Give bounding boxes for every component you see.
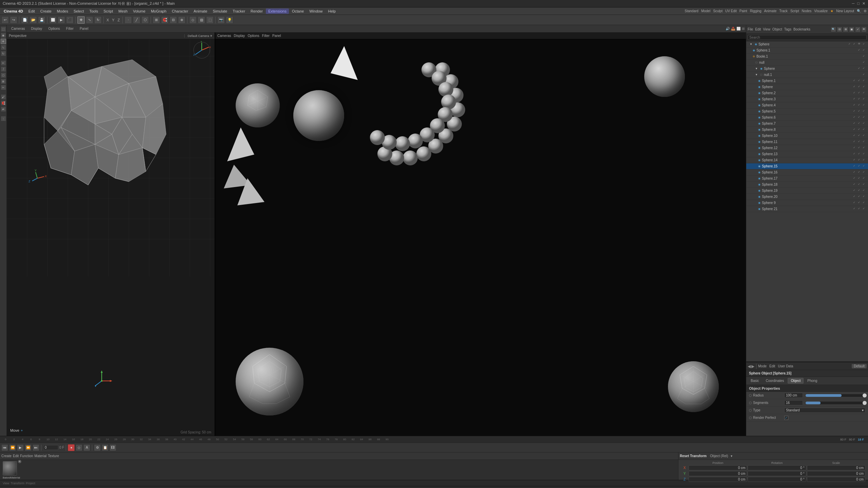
polys-btn[interactable]: ⬡ [141,16,149,24]
mat-tab-texture[interactable]: Texture [48,454,59,458]
tree-item-sphere-5[interactable]: ◉ Sphere.5 ✓✓✓ [746,108,868,115]
mat-tab-create[interactable]: Create [1,454,12,458]
edges-btn[interactable]: ╱ [133,16,140,24]
segments-slider[interactable] [806,402,865,404]
tree-item-sphere-20[interactable]: ◉ Sphere.20 ✓✓✓ [746,194,868,200]
tree-item-sphere-15[interactable]: ◉ Sphere.15 ✓✓✓ [746,163,868,169]
knife-tool[interactable]: ✂ [1,85,6,90]
radius-value[interactable]: 100 cm [784,393,803,398]
menu-modes[interactable]: Modes [55,8,71,14]
tree-item-sphere-14[interactable]: ◉ Sphere.14 ✓✓✓ [746,157,868,163]
render-perfect-checkbox[interactable]: ✓ [784,416,788,420]
menu-render[interactable]: Render [248,8,265,14]
move-tool[interactable]: ✥ [1,39,6,44]
pos-y-input[interactable] [689,471,747,476]
tree-item-sphere-10[interactable]: ◉ Sphere.10 ✓✓✓ [746,133,868,139]
mat-tab-function[interactable]: Function [20,454,33,458]
prop-tab-object[interactable]: Object [788,378,804,384]
menu-create[interactable]: Create [38,8,54,14]
eye-btn[interactable]: 👁 [858,42,862,46]
menu-cinema4d[interactable]: Cinema 4D [1,8,25,14]
tree-item-null[interactable]: □ null ✓ [746,60,868,66]
tree-item-sphere-8[interactable]: ◉ Sphere.8 ✓✓✓ [746,127,868,133]
redo-btn[interactable]: ↪ [10,16,17,24]
grid-btn[interactable]: ⊞ [153,16,160,24]
vr-panel[interactable]: Panel [272,34,281,38]
om-layout-btn[interactable]: ⊞ [843,27,848,32]
tree-item-sphere-1[interactable]: ◉ Sphere.1 ✓✓ [746,47,868,54]
transform-dropdown-btn[interactable]: ▾ [731,454,732,458]
rotate-tool-btn[interactable]: ↻ [94,16,102,24]
tree-item-sphere-17[interactable]: ◉ Sphere.17 ✓✓✓ [746,176,868,182]
magnet-tool[interactable]: 🧲 [1,100,6,106]
tree-item-null2[interactable]: ▼ □ null.1 ✓ [746,72,868,78]
snap-btn[interactable]: 🧲 [161,16,169,24]
tab-display[interactable]: Display [28,26,45,32]
render-view-btn[interactable]: ⬜ [49,16,57,24]
save-btn[interactable]: 💾 [38,16,45,24]
menu-mograph[interactable]: MoGraph [149,8,169,14]
radius-slider[interactable] [806,394,865,397]
new-btn[interactable]: 📄 [21,16,28,24]
tree-item-sphere-4[interactable]: ◉ Sphere.4 ✓✓✓ [746,102,868,108]
mat-tab-edit[interactable]: Edit [13,454,19,458]
pos-x-input[interactable] [689,465,747,470]
minimize-btn[interactable]: ─ [852,1,855,6]
tree-item-sphere-3[interactable]: ◉ Sphere.3 ✓✓✓ [746,96,868,102]
menu-help[interactable]: Help [326,8,338,14]
vr-cameras[interactable]: Cameras [217,34,231,38]
rot-y-input[interactable] [748,471,806,476]
menu-mesh[interactable]: Mesh [116,8,130,14]
anim-end-btn[interactable]: ⏭ [33,444,39,451]
scale-y-input[interactable] [807,471,865,476]
rotate-tool[interactable]: ↻ [1,51,6,56]
tree-item-boole-1[interactable]: ⊖ Boole.1 ✓ [746,54,868,60]
object-mode-btn[interactable]: ◇ [189,16,197,24]
vr-filter[interactable]: Filter [262,34,270,38]
prop-tab-phong[interactable]: Phong [804,378,820,384]
render-btn-tree[interactable]: ✓ [853,42,857,46]
tab-cameras[interactable]: Cameras [8,26,28,32]
poly-pen[interactable]: ✏ [1,60,6,66]
bevel-tool[interactable]: ⬡ [1,73,6,78]
timeline[interactable]: 0 2 4 6 8 10 12 14 16 18 20 22 24 26 28 … [0,436,868,443]
scale-z-input[interactable] [807,477,865,482]
menu-character[interactable]: Character [170,8,191,14]
transform-tab-reset[interactable]: Reset Transform [680,454,707,458]
scale-tool-btn[interactable]: ⤡ [86,16,93,24]
tree-item-sphere-16[interactable]: ◉ Sphere.16 ✓✓✓ [746,169,868,176]
lock-btn[interactable]: ✓ [863,42,867,46]
more-tools[interactable]: ⋮ [1,116,6,121]
menu-extensions[interactable]: Extensions [266,8,289,14]
tab-panel[interactable]: Panel [77,26,92,32]
close-btn[interactable]: ✕ [862,1,865,6]
vr-options[interactable]: Options [248,34,259,38]
tree-item-sphere-1b[interactable]: ◉ Sphere.1 ✓✓✓ [746,78,868,84]
tree-item-sphere-12[interactable]: ◉ Sphere.12 ✓✓✓ [746,145,868,151]
undo-btn[interactable]: ↩ [1,16,9,24]
auto-key-btn[interactable]: A [83,444,90,451]
tree-item-sphere-19[interactable]: ◉ Sphere.19 ✓✓✓ [746,188,868,194]
tree-item-sphere-13[interactable]: ◉ Sphere.13 ✓✓✓ [746,151,868,157]
live-select[interactable]: ◉ [1,33,6,38]
om-eye-btn[interactable]: 👁 [861,27,867,32]
type-dropdown[interactable]: Standard ▾ [784,408,865,413]
camera-btn[interactable]: 📷 [217,16,225,24]
timeline-btn[interactable]: 📋 [102,444,108,451]
om-search-btn[interactable]: 🔍 [831,27,836,32]
render-all-btn[interactable]: ⬛ [66,16,74,24]
bridge-tool[interactable]: ⊠ [1,79,6,84]
material-remove-btn[interactable]: ✕ [18,460,21,463]
tree-item-sphere-2b[interactable]: ◉ Sphere.2 ✓✓✓ [746,90,868,96]
prop-back-btn[interactable]: ◀ [748,364,751,369]
light-btn[interactable]: 💡 [226,16,233,24]
vis-btn[interactable]: ✓ [848,42,852,46]
paint-tool[interactable]: 🖌 [1,94,6,100]
rot-x-input[interactable] [748,465,806,470]
menu-volume[interactable]: Volume [131,8,148,14]
menu-window[interactable]: Window [307,8,325,14]
om-expand-btn[interactable]: ▣ [849,27,854,32]
keyframe-btn[interactable]: ◇ [76,444,82,451]
tree-item-sphere-7[interactable]: ◉ Sphere.7 ✓✓✓ [746,121,868,127]
menu-tracker[interactable]: Tracker [230,8,248,14]
